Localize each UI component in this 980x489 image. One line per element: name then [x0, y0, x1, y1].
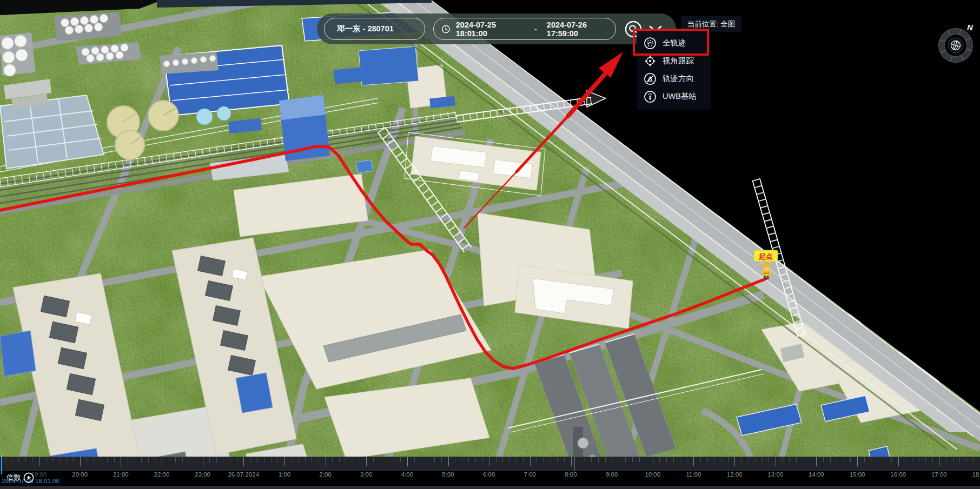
timeline-tick-label: 20:00: [58, 471, 102, 478]
timeline-tick-label: 12:00: [713, 471, 756, 478]
timeline-tick-label: 17:00: [917, 471, 961, 478]
app: 起点 邓一东 - 280701 2024-07-25 18:01:00 - 20…: [0, 0, 980, 489]
timeline-tick-label: 14:00: [794, 471, 838, 478]
full-trajectory-icon: [644, 37, 657, 50]
compass-widget[interactable]: N: [931, 17, 980, 67]
date-range-end: 2024-07-26 17:59:00: [547, 21, 615, 38]
timeline-tick-label: 9:00: [590, 471, 633, 478]
date-range-picker[interactable]: 2024-07-25 18:01:00 - 2024-07-26 17:59:0…: [433, 18, 616, 40]
timeline-tick-label: 18:00: [958, 471, 980, 478]
menu-item-view-follow[interactable]: 视角跟踪: [637, 52, 711, 70]
timeline-tick-label: 4:00: [386, 471, 429, 478]
timeline-bar: 19:0020:0021:0022:0023:0026.07.20241:002…: [0, 457, 980, 489]
person-select-value: 邓一东 - 280701: [337, 24, 394, 34]
view-follow-icon: [644, 55, 657, 68]
current-location-badge: 当前位置: 全图: [681, 16, 741, 32]
menu-item-label: 轨迹方向: [663, 73, 694, 84]
menu-item-uwb-station[interactable]: UWB基站: [637, 88, 711, 105]
clock-icon: [441, 24, 451, 34]
timeline-tick-label: 2:00: [304, 471, 347, 478]
timeline-tick-label: 13:00: [754, 471, 797, 478]
timeline-tick-label: 15:00: [836, 471, 879, 478]
menu-item-label: 全轨迹: [663, 38, 686, 48]
speed-multiplier-label[interactable]: 倍数: [6, 473, 21, 483]
play-button[interactable]: [23, 472, 34, 483]
person-select[interactable]: 邓一东 - 280701: [324, 18, 425, 40]
start-point-label: 起点: [758, 252, 773, 260]
top-search-bar: 邓一东 - 280701 2024-07-25 18:01:00 - 2024-…: [317, 14, 676, 44]
timeline-tick-label: 10:00: [631, 471, 674, 478]
timeline-tick-labels: 19:0020:0021:0022:0023:0026.07.20241:002…: [0, 471, 980, 480]
timeline-tick-label: 21:00: [99, 471, 142, 478]
date-range-start: 2024-07-25 18:01:00: [456, 21, 525, 38]
uwb-station-icon: [644, 90, 657, 103]
compass-north-label: N: [967, 23, 974, 32]
play-icon: [28, 475, 31, 480]
trajectory-direction-icon: [644, 72, 657, 85]
menu-item-label: UWB基站: [663, 91, 697, 102]
timeline-tick-label: 23:00: [181, 471, 224, 478]
date-range-separator: -: [534, 25, 537, 34]
timeline-playhead[interactable]: [1, 457, 2, 474]
current-location-text: 当前位置: 全图: [687, 19, 736, 29]
layer-dropdown-menu: 全轨迹 视角跟踪 轨迹方向 UWB基站: [637, 31, 711, 110]
timeline-hover-playhead: [574, 457, 575, 471]
timeline-tick-label: 6:00: [467, 471, 511, 478]
timeline-tick-label: 7:00: [508, 471, 552, 478]
menu-item-trajectory-direction[interactable]: 轨迹方向: [637, 70, 711, 88]
playback-controls: 倍数: [6, 472, 34, 483]
timeline-tick-label: 3:00: [345, 471, 388, 478]
timeline-ruler[interactable]: [0, 457, 980, 471]
menu-item-label: 视角跟踪: [663, 56, 694, 66]
menu-item-full-trajectory[interactable]: 全轨迹: [637, 34, 711, 52]
timeline-tick-label: 11:00: [672, 471, 715, 478]
map-3d-view[interactable]: 起点: [0, 0, 980, 489]
compass-icon: N: [931, 17, 980, 67]
timeline-tick-label: 8:00: [549, 471, 592, 478]
timeline-tick-label: 26.07.2024: [222, 471, 265, 478]
timeline-tick-label: 22:00: [140, 471, 183, 478]
timeline-tick-label: 1:00: [263, 471, 306, 478]
timeline-tick-label: 16:00: [877, 471, 920, 478]
timeline-tick-label: 5:00: [427, 471, 470, 478]
timeline-bottom-strip: [0, 486, 980, 489]
